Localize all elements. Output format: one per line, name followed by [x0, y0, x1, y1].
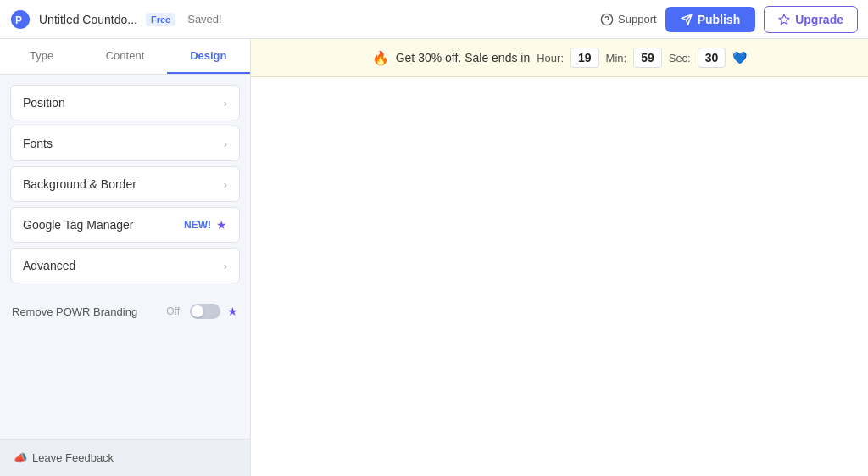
tab-type[interactable]: Type [0, 39, 83, 74]
menu-item-position[interactable]: Position › [10, 85, 240, 120]
chevron-right-icon: › [224, 260, 227, 272]
chevron-right-icon: › [224, 137, 227, 150]
main-layout: Type Content Design Position › Fonts › B… [0, 39, 868, 476]
sidebar: Type Content Design Position › Fonts › B… [0, 39, 251, 476]
branding-row: Remove POWR Branding Off ★ [0, 294, 250, 329]
feedback-button[interactable]: 📣 Leave Feedback [0, 439, 250, 476]
publish-button[interactable]: Publish [665, 7, 756, 32]
upgrade-button[interactable]: Upgrade [764, 6, 858, 33]
publish-icon [681, 14, 693, 25]
saved-status: Saved! [187, 13, 221, 25]
min-label: Min: [606, 52, 627, 64]
menu-item-advanced[interactable]: Advanced › [10, 248, 240, 283]
hour-value: 19 [570, 48, 599, 68]
promo-banner: 🔥 Get 30% off. Sale ends in Hour: 19 Min… [251, 39, 868, 77]
support-label: Support [618, 13, 657, 25]
branding-star-icon: ★ [227, 305, 238, 318]
chevron-right-icon: › [224, 97, 227, 109]
content-area: 🔥 Get 30% off. Sale ends in Hour: 19 Min… [251, 39, 868, 476]
promo-text: Get 30% off. Sale ends in [396, 51, 531, 64]
branding-off-label: Off [166, 305, 180, 317]
support-icon [600, 13, 614, 26]
app-title: Untitled Countdo... [39, 13, 137, 26]
menu-item-background-border[interactable]: Background & Border › [10, 166, 240, 202]
free-badge: Free [146, 13, 175, 26]
tab-content[interactable]: Content [83, 39, 166, 74]
powr-logo: P [10, 9, 31, 30]
sec-label: Sec: [669, 52, 691, 64]
menu-item-google-tag-manager[interactable]: Google Tag Manager NEW! ★ [10, 207, 240, 243]
publish-label: Publish [698, 13, 741, 26]
min-value: 59 [633, 48, 662, 68]
powr-icon: 💙 [732, 51, 747, 64]
chevron-right-icon: › [224, 178, 227, 191]
branding-toggle[interactable] [190, 304, 220, 319]
tabs-row: Type Content Design [0, 39, 250, 75]
svg-text:P: P [15, 14, 22, 26]
upgrade-label: Upgrade [795, 13, 843, 26]
topbar: P Untitled Countdo... Free Saved! Suppor… [0, 0, 868, 39]
preview-area [251, 77, 868, 476]
menu-item-fonts[interactable]: Fonts › [10, 126, 240, 161]
star-icon [778, 14, 790, 25]
support-button[interactable]: Support [600, 13, 657, 26]
hour-label: Hour: [537, 52, 564, 64]
feedback-icon: 📣 [14, 451, 27, 464]
star-premium-icon: ★ [216, 218, 227, 232]
feedback-label: Leave Feedback [32, 451, 114, 464]
menu-list: Position › Fonts › Background & Border ›… [0, 75, 250, 294]
sec-value: 30 [698, 48, 726, 68]
svg-marker-4 [779, 14, 789, 24]
tab-design[interactable]: Design [167, 39, 250, 74]
branding-label: Remove POWR Branding [12, 305, 159, 318]
fire-emoji: 🔥 [372, 50, 389, 66]
